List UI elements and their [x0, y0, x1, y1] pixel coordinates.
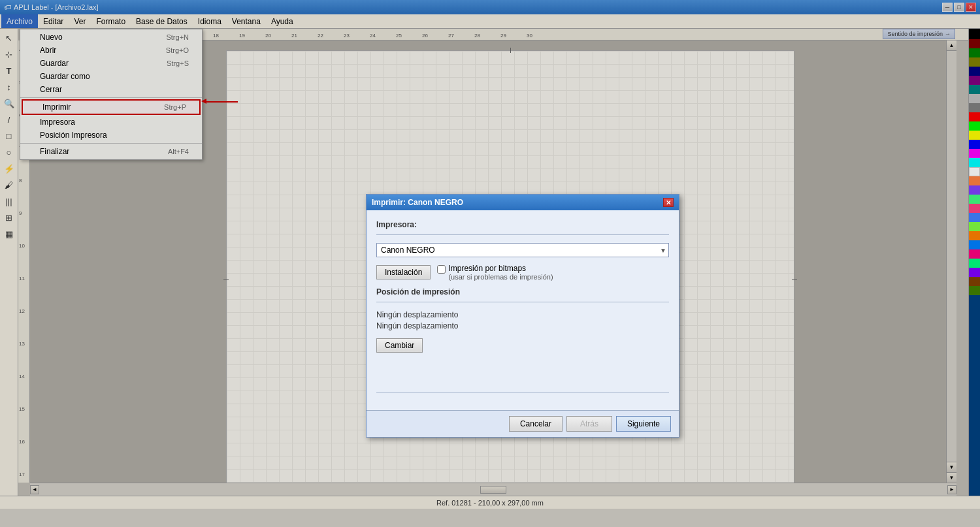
desplazamiento1-text: Ningún desplazamiento: [376, 310, 669, 319]
section-separator-1: [376, 234, 669, 235]
dialog-footer: Cancelar Atrás Siguiente: [367, 410, 679, 437]
instalacion-button[interactable]: Instalación: [376, 265, 431, 279]
dialog-overlay: Imprimir: Canon NEGRO ✕ Impresora: Canon…: [0, 0, 980, 527]
bitmap-checkbox[interactable]: [437, 265, 446, 274]
impresora-label: Impresora:: [376, 220, 669, 229]
posicion-section: Posición de impresión Ningún desplazamie…: [376, 287, 669, 353]
bitmap-checkbox-label[interactable]: Impresión por bitmaps (usar si problemas…: [437, 264, 553, 281]
desplazamiento2-text: Ningún desplazamiento: [376, 321, 669, 330]
cambiar-button[interactable]: Cambiar: [376, 338, 423, 353]
section-separator-2: [376, 302, 669, 302]
siguiente-button[interactable]: Siguiente: [616, 416, 671, 432]
printer-row: Canon NEGRO ▼: [376, 243, 669, 257]
posicion-label: Posición de impresión: [376, 287, 669, 296]
atras-button[interactable]: Atrás: [566, 416, 612, 432]
footer-separator: [376, 392, 669, 392]
dialog-body: Impresora: Canon NEGRO ▼ Instalación: [367, 210, 679, 410]
print-dialog: Imprimir: Canon NEGRO ✕ Impresora: Canon…: [366, 194, 679, 438]
dialog-title-bar: Imprimir: Canon NEGRO ✕: [367, 195, 679, 210]
impresora-section: Impresora: Canon NEGRO ▼ Instalación: [376, 220, 669, 281]
dialog-close-button[interactable]: ✕: [663, 198, 674, 207]
cancelar-button[interactable]: Cancelar: [509, 416, 563, 432]
install-bitmap-row: Instalación Impresión por bitmaps (usar …: [376, 264, 669, 281]
printer-select[interactable]: Canon NEGRO: [376, 243, 669, 257]
dialog-spacer: [376, 353, 669, 392]
printer-select-wrapper: Canon NEGRO ▼: [376, 243, 669, 257]
dialog-title: Imprimir: Canon NEGRO: [372, 198, 463, 207]
